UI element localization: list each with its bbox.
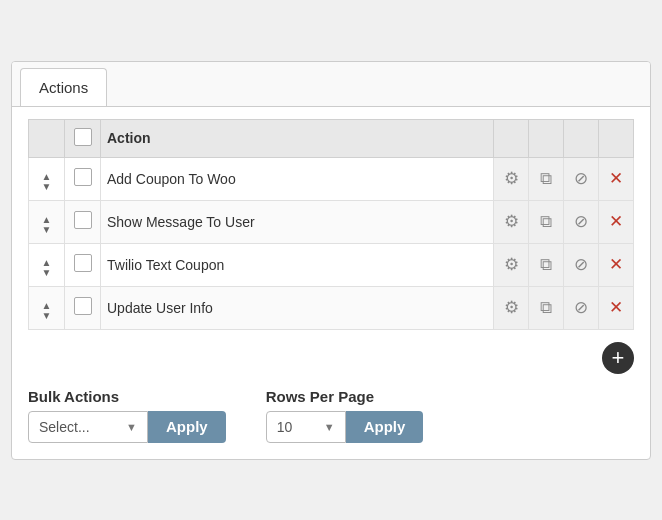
row-checkbox[interactable] [74,168,92,186]
tab-bar: Actions [12,62,650,107]
rows-per-page-label: Rows Per Page [266,388,424,405]
delete-icon[interactable]: ✕ [605,297,627,319]
col-delete-header [599,119,634,157]
disable-icon[interactable]: ⊘ [570,168,592,190]
rows-per-page-controls: 10 ▼ Apply [266,411,424,443]
settings-icon[interactable]: ⚙ [500,168,522,190]
row-settings-cell: ⚙ [494,286,529,329]
row-checkbox[interactable] [74,297,92,315]
bulk-actions-label: Bulk Actions [28,388,226,405]
row-settings-cell: ⚙ [494,157,529,200]
sort-arrows-icon[interactable]: ▲▼ [42,301,52,321]
add-btn-row: + [28,342,634,374]
add-action-button[interactable]: + [602,342,634,374]
row-name: Show Message To User [101,200,494,243]
row-checkbox[interactable] [74,254,92,272]
row-disable-cell: ⊘ [564,286,599,329]
row-delete-cell: ✕ [599,157,634,200]
settings-icon[interactable]: ⚙ [500,211,522,233]
bulk-actions-chevron-icon: ▼ [126,421,137,433]
select-all-checkbox[interactable] [74,128,92,146]
footer: Bulk Actions Select... ▼ Apply Rows Per … [28,388,634,443]
rows-per-page-chevron-icon: ▼ [324,421,335,433]
col-copy-header [529,119,564,157]
table-row: ▲▼ Show Message To User ⚙ ⧉ ⊘ ✕ [29,200,634,243]
row-copy-cell: ⧉ [529,200,564,243]
copy-icon[interactable]: ⧉ [535,254,557,276]
bulk-actions-controls: Select... ▼ Apply [28,411,226,443]
col-sort-header [29,119,65,157]
row-name: Add Coupon To Woo [101,157,494,200]
disable-icon[interactable]: ⊘ [570,297,592,319]
bulk-actions-group: Bulk Actions Select... ▼ Apply [28,388,226,443]
disable-icon[interactable]: ⊘ [570,254,592,276]
row-delete-cell: ✕ [599,286,634,329]
table-row: ▲▼ Update User Info ⚙ ⧉ ⊘ ✕ [29,286,634,329]
row-checkbox-cell [65,200,101,243]
row-checkbox-cell [65,243,101,286]
actions-table: Action ▲▼ Add Coupon To Woo ⚙ ⧉ ⊘ [28,119,634,330]
sort-arrows-icon[interactable]: ▲▼ [42,258,52,278]
settings-icon[interactable]: ⚙ [500,254,522,276]
bulk-actions-select[interactable]: Select... ▼ [28,411,148,443]
delete-icon[interactable]: ✕ [605,254,627,276]
row-name: Twilio Text Coupon [101,243,494,286]
table-row: ▲▼ Twilio Text Coupon ⚙ ⧉ ⊘ ✕ [29,243,634,286]
row-delete-cell: ✕ [599,243,634,286]
row-sort-handle[interactable]: ▲▼ [29,157,65,200]
bulk-actions-apply-button[interactable]: Apply [148,411,226,443]
row-checkbox-cell [65,286,101,329]
disable-icon[interactable]: ⊘ [570,211,592,233]
rows-per-page-select[interactable]: 10 ▼ [266,411,346,443]
actions-panel: Actions Action ▲▼ [11,61,651,460]
row-copy-cell: ⧉ [529,243,564,286]
col-checkbox-header [65,119,101,157]
row-delete-cell: ✕ [599,200,634,243]
rows-per-page-apply-button[interactable]: Apply [346,411,424,443]
copy-icon[interactable]: ⧉ [535,168,557,190]
sort-arrows-icon[interactable]: ▲▼ [42,215,52,235]
col-action-header: Action [101,119,494,157]
row-checkbox-cell [65,157,101,200]
copy-icon[interactable]: ⧉ [535,297,557,319]
row-sort-handle[interactable]: ▲▼ [29,200,65,243]
copy-icon[interactable]: ⧉ [535,211,557,233]
col-gear-header [494,119,529,157]
settings-icon[interactable]: ⚙ [500,297,522,319]
rows-per-page-group: Rows Per Page 10 ▼ Apply [266,388,424,443]
row-disable-cell: ⊘ [564,200,599,243]
panel-body: Action ▲▼ Add Coupon To Woo ⚙ ⧉ ⊘ [12,107,650,459]
delete-icon[interactable]: ✕ [605,211,627,233]
row-sort-handle[interactable]: ▲▼ [29,243,65,286]
row-checkbox[interactable] [74,211,92,229]
col-disable-header [564,119,599,157]
row-settings-cell: ⚙ [494,243,529,286]
row-disable-cell: ⊘ [564,243,599,286]
row-copy-cell: ⧉ [529,157,564,200]
row-settings-cell: ⚙ [494,200,529,243]
row-disable-cell: ⊘ [564,157,599,200]
row-sort-handle[interactable]: ▲▼ [29,286,65,329]
row-name: Update User Info [101,286,494,329]
sort-arrows-icon[interactable]: ▲▼ [42,172,52,192]
table-row: ▲▼ Add Coupon To Woo ⚙ ⧉ ⊘ ✕ [29,157,634,200]
bulk-actions-select-text: Select... [39,419,90,435]
tab-actions[interactable]: Actions [20,68,107,106]
delete-icon[interactable]: ✕ [605,168,627,190]
rows-per-page-value: 10 [277,419,293,435]
row-copy-cell: ⧉ [529,286,564,329]
